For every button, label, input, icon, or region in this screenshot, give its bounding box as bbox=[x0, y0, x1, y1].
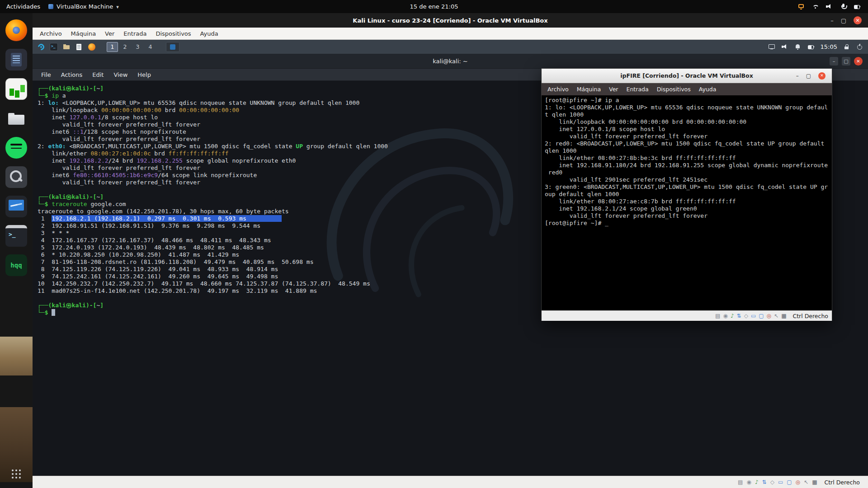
activities-button[interactable]: Actividades bbox=[6, 3, 40, 10]
keyboard-icon[interactable]: ▦ bbox=[781, 313, 786, 319]
network-icon[interactable]: ⇅ bbox=[762, 479, 767, 485]
network-icon[interactable]: ⇅ bbox=[737, 313, 741, 319]
menu-dispositivos[interactable]: Dispositivos bbox=[653, 84, 695, 94]
kali-menu-icon[interactable] bbox=[37, 43, 45, 51]
taskbar-window-button[interactable] bbox=[166, 42, 179, 52]
hard-disk-icon[interactable]: ▤ bbox=[738, 479, 743, 485]
minimize-icon[interactable] bbox=[830, 18, 834, 23]
mouse-integration-icon[interactable]: ↖ bbox=[804, 479, 808, 485]
maximize-icon[interactable] bbox=[841, 18, 846, 23]
keyboard-icon[interactable]: ▦ bbox=[812, 479, 817, 485]
menu-entrada[interactable]: Entrada bbox=[623, 84, 653, 94]
menu-file[interactable]: File bbox=[36, 70, 56, 80]
menu-ver[interactable]: Ver bbox=[100, 29, 119, 38]
microphone-icon[interactable] bbox=[840, 3, 847, 10]
menu-actions[interactable]: Actions bbox=[56, 70, 88, 80]
close-icon[interactable] bbox=[854, 57, 863, 66]
display-tray-icon[interactable] bbox=[768, 43, 775, 50]
workspace-2[interactable]: 2 bbox=[119, 42, 131, 52]
editor-mini-icon[interactable] bbox=[75, 43, 83, 51]
wifi-icon[interactable] bbox=[811, 3, 819, 10]
files-icon[interactable] bbox=[5, 108, 27, 129]
text-editor-icon[interactable] bbox=[5, 49, 27, 70]
mouse-integration-icon[interactable]: ↖ bbox=[774, 313, 778, 319]
app-menu-virtualbox[interactable]: VirtualBox Machine bbox=[48, 3, 119, 10]
ipfire-window-title: ipFIRE [Corriendo] - Oracle VM VirtualBo… bbox=[542, 72, 832, 79]
menu-ayuda[interactable]: Ayuda bbox=[695, 84, 721, 94]
console-line: qlen 1000 bbox=[545, 147, 829, 155]
menu-archivo[interactable]: Archivo bbox=[543, 84, 573, 94]
recording-icon[interactable]: ◎ bbox=[767, 313, 771, 319]
host-clock[interactable]: 15 de ene 21:05 bbox=[0, 3, 868, 10]
shared-folders-icon[interactable]: ▭ bbox=[751, 313, 756, 319]
panel-launchers bbox=[37, 43, 96, 51]
menu-edit[interactable]: Edit bbox=[87, 70, 108, 80]
display-icon[interactable]: ▢ bbox=[759, 313, 764, 319]
power-tray-icon[interactable] bbox=[856, 43, 863, 50]
hard-disk-icon[interactable]: ▤ bbox=[715, 313, 720, 319]
maximize-icon[interactable] bbox=[806, 73, 811, 79]
close-icon[interactable] bbox=[854, 16, 862, 24]
shared-folders-icon[interactable]: ▭ bbox=[778, 479, 783, 485]
optical-disk-icon[interactable]: ◉ bbox=[746, 479, 751, 485]
menu-entrada[interactable]: Entrada bbox=[119, 29, 151, 38]
console-line: 1: lo: <LOOPBACK,UP,LOWER_UP> mtu 65536 … bbox=[545, 104, 829, 111]
panel-clock[interactable]: 15:05 bbox=[821, 43, 837, 50]
workspace-switcher: 1 2 3 4 bbox=[107, 42, 156, 52]
menu-view[interactable]: View bbox=[108, 70, 132, 80]
host-system-tray[interactable] bbox=[797, 3, 868, 10]
system-monitor-icon[interactable] bbox=[5, 196, 27, 217]
menu-archivo[interactable]: Archivo bbox=[35, 29, 66, 38]
minimize-icon[interactable] bbox=[830, 57, 838, 66]
volume-host-icon[interactable] bbox=[826, 3, 833, 10]
menu-ayuda[interactable]: Ayuda bbox=[196, 29, 223, 38]
battery-tray-icon[interactable] bbox=[807, 43, 815, 50]
recording-icon[interactable]: ◎ bbox=[796, 479, 800, 485]
console-line: t qlen 1000 bbox=[545, 111, 829, 118]
usb-icon[interactable]: ◇ bbox=[770, 479, 774, 485]
workspace-4[interactable]: 4 bbox=[145, 42, 156, 52]
minimize-icon[interactable] bbox=[796, 73, 799, 79]
libreoffice-calc-icon[interactable] bbox=[5, 78, 27, 100]
menu-help[interactable]: Help bbox=[132, 70, 156, 80]
display-icon[interactable]: ▢ bbox=[787, 479, 792, 485]
files-mini-icon[interactable] bbox=[62, 43, 71, 51]
lock-tray-icon[interactable] bbox=[843, 43, 850, 50]
terminal-icon[interactable] bbox=[5, 225, 27, 247]
workspace-1[interactable]: 1 bbox=[107, 42, 118, 52]
ipfire-vbox-statusbar: ▤◉♪⇅◇▭▢◎↖▦ Ctrl Derecho bbox=[542, 310, 832, 321]
audio-icon[interactable]: ♪ bbox=[755, 479, 759, 485]
qterminal-titlebar[interactable]: kali@kali: ~ bbox=[33, 54, 868, 69]
hqq-icon[interactable]: hqq bbox=[5, 254, 27, 276]
kali-window-titlebar[interactable]: Kali Linux - curso 23-24 [Corriendo] - O… bbox=[33, 13, 868, 28]
firefox-mini-icon[interactable] bbox=[88, 43, 96, 51]
optical-disk-icon[interactable]: ◉ bbox=[723, 313, 727, 319]
menu-máquina[interactable]: Máquina bbox=[573, 84, 605, 94]
menu-ver[interactable]: Ver bbox=[605, 84, 622, 94]
workspace-3[interactable]: 3 bbox=[132, 42, 143, 52]
ipfire-console[interactable]: [root@ipfire ~]# ip a1: lo: <LOOPBACK,UP… bbox=[542, 95, 832, 310]
menu-máquina[interactable]: Máquina bbox=[66, 29, 101, 38]
screen-share-icon[interactable] bbox=[797, 3, 805, 10]
console-line: oup default qlen 1000 bbox=[545, 191, 829, 198]
vbox-status-icons: ▤◉♪⇅◇▭▢◎↖▦ bbox=[738, 479, 817, 485]
usb-icon[interactable]: ◇ bbox=[744, 313, 748, 319]
audio-icon[interactable]: ♪ bbox=[731, 313, 734, 319]
maximize-icon[interactable] bbox=[842, 57, 850, 66]
magnifier-icon[interactable] bbox=[5, 166, 27, 188]
spotify-icon[interactable] bbox=[5, 137, 27, 159]
battery-host-icon[interactable] bbox=[854, 3, 861, 10]
firefox-icon[interactable] bbox=[5, 19, 27, 41]
ipfire-menubar: ArchivoMáquinaVerEntradaDispositivosAyud… bbox=[542, 83, 832, 95]
show-applications-icon[interactable] bbox=[12, 469, 14, 471]
qterminal-controls bbox=[830, 57, 868, 66]
window-controls bbox=[830, 16, 868, 24]
window-controls bbox=[796, 72, 832, 80]
ipfire-window-titlebar[interactable]: ipFIRE [Corriendo] - Oracle VM VirtualBo… bbox=[542, 69, 832, 83]
menu-dispositivos[interactable]: Dispositivos bbox=[151, 29, 195, 38]
bell-tray-icon[interactable] bbox=[794, 43, 802, 50]
terminal-mini-icon[interactable] bbox=[50, 43, 58, 51]
app-menu-label: VirtualBox Machine bbox=[57, 3, 113, 10]
close-icon[interactable] bbox=[818, 72, 826, 80]
volume-tray-icon[interactable] bbox=[781, 43, 788, 50]
